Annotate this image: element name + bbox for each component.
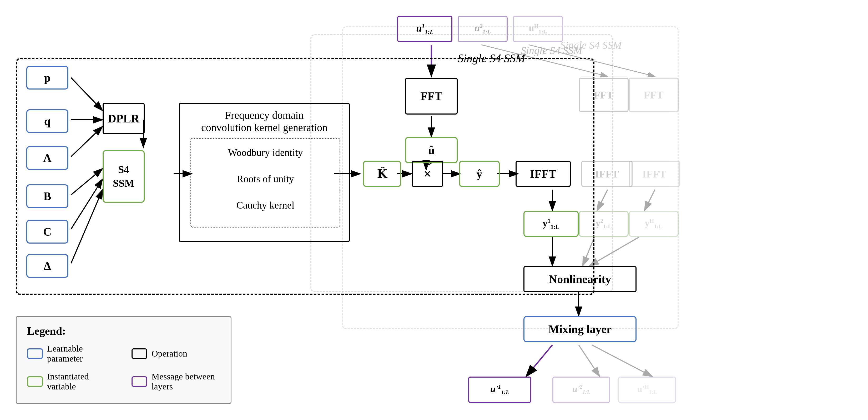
legend-operation: Operation bbox=[131, 344, 220, 364]
box-p: p bbox=[26, 66, 68, 89]
box-B: B bbox=[26, 184, 68, 208]
freq-domain-inner: Woodbury identity Roots of unity Cauchy … bbox=[190, 138, 340, 227]
legend-learnable: Learnable parameter bbox=[27, 344, 116, 364]
freq-domain-title: Frequency domain convolution kernel gene… bbox=[180, 109, 349, 134]
box-fft2: FFT bbox=[579, 78, 629, 112]
box-u1-bottom: u'11:L bbox=[468, 376, 531, 403]
legend-instantiated: Instantiated variable bbox=[27, 371, 116, 392]
legend-title: Legend: bbox=[27, 325, 220, 337]
box-lambda: Λ bbox=[26, 146, 68, 170]
svg-line-26 bbox=[592, 345, 652, 376]
freq-domain-box: Frequency domain convolution kernel gene… bbox=[179, 103, 350, 242]
svg-line-25 bbox=[579, 345, 600, 376]
diagram: Single S4 SSM Single S4 SSM Single S4 SS… bbox=[0, 0, 868, 420]
box-uH-bottom: u'H1:L bbox=[618, 376, 676, 403]
woodbury-label: Woodbury identity bbox=[191, 147, 340, 158]
box-C: C bbox=[26, 220, 68, 244]
box-u1-top: u11:L bbox=[397, 16, 453, 42]
legend-box: Legend: Learnable parameter Operation In… bbox=[16, 316, 231, 404]
box-fft: FFT bbox=[405, 78, 458, 115]
box-ifftH: IFFT bbox=[629, 161, 680, 187]
box-dplr: DPLR bbox=[102, 103, 145, 134]
svg-line-24 bbox=[526, 345, 552, 376]
box-q: q bbox=[26, 109, 68, 133]
box-y-hat: ŷ bbox=[459, 161, 500, 187]
box-y1: y11:L bbox=[523, 211, 579, 237]
box-y2: y21:L bbox=[579, 211, 629, 237]
legend-message: Message between layers bbox=[131, 371, 220, 392]
box-mixing-layer: Mixing layer bbox=[523, 316, 637, 342]
box-ifft2: IFFT bbox=[581, 161, 632, 187]
box-times: × bbox=[412, 161, 443, 187]
box-u2-bottom: u'21:L bbox=[552, 376, 610, 403]
box-fftH: FFT bbox=[629, 78, 679, 112]
box-delta: Δ bbox=[26, 254, 68, 278]
box-nonlinearity: Nonlinearity bbox=[523, 266, 637, 292]
box-u2-top: u21:L bbox=[458, 16, 508, 42]
box-ifft: IFFT bbox=[516, 161, 571, 187]
box-s4ssm: S4 SSM bbox=[102, 150, 145, 203]
roots-unity-label: Roots of unity bbox=[191, 173, 340, 185]
ssm-label-gray1: Single S4 SSM bbox=[521, 44, 582, 57]
box-K-hat: K̂ bbox=[363, 161, 401, 187]
box-yH: yH1:L bbox=[629, 211, 679, 237]
cauchy-kernel-label: Cauchy kernel bbox=[191, 199, 340, 211]
box-uH-top: uH1:L bbox=[513, 16, 563, 42]
box-u-hat: û bbox=[405, 137, 458, 163]
